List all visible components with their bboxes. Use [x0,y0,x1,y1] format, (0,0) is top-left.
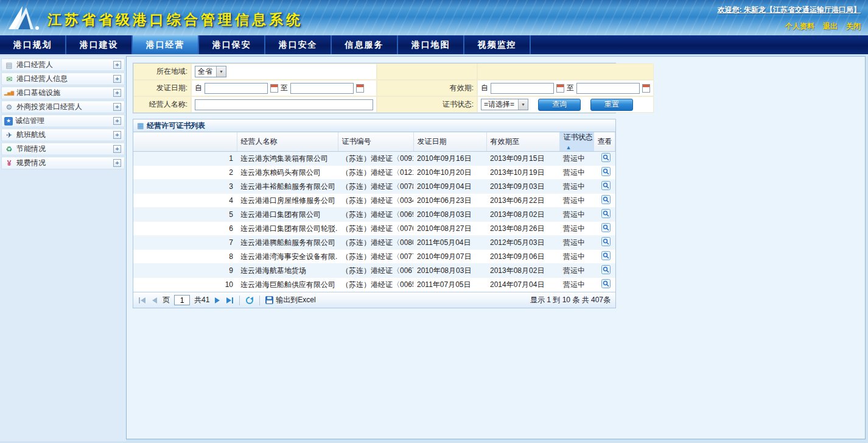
last-page-button[interactable] [225,297,234,304]
sidebar-item[interactable]: 港口基础设施 + [1,87,125,99]
cell-operator-name: 连云港丰裕船舶服务有限公司 [237,180,338,194]
operator-name-label: 经营人名称: [133,96,191,113]
expand-plus-button[interactable]: + [113,117,121,125]
row-number: 4 [133,194,237,208]
nav-tab[interactable]: 港口安全 [265,35,332,54]
expand-plus-button[interactable]: + [113,89,121,97]
view-icon[interactable] [601,223,611,232]
prev-page-button[interactable] [151,297,158,304]
cell-operator-name: 连云港海巨船舶供应有限公司 [237,278,338,292]
sidebar-item[interactable]: 诚信管理 + [1,115,125,127]
view-icon[interactable] [601,195,611,204]
nav-tab[interactable]: 港口地图 [398,35,464,54]
column-header[interactable]: 证书状态▲ [559,132,593,152]
row-number: 9 [133,264,237,278]
nav-tab[interactable]: 视频监控 [464,35,531,54]
license-list-section: ▦ 经营许可证书列表 经营人名称 证书编号 [133,119,616,308]
chevron-down-icon: ▼ [216,66,226,77]
validity-from-label: 自 [481,83,488,93]
cell-status: 营运中 [559,250,593,264]
validity-from-input[interactable] [491,83,554,94]
first-page-button[interactable] [138,297,147,304]
pagination-bar: 页 共41 [133,292,615,308]
region-label: 所在地域: [133,63,191,80]
sidebar-item[interactable]: 外商投资港口经营人 + [1,101,125,113]
nav-tab[interactable]: 港口经营 [133,35,199,54]
top-link[interactable]: 个人资料 [785,21,814,32]
header: 江苏省省级港口综合管理信息系统 欢迎您: 朱新龙【江苏省交通运输厅港口局】 个人… [0,0,868,35]
next-page-button[interactable] [214,297,221,304]
cell-issue-date: 2010年09月04日 [413,180,486,194]
column-header[interactable]: 发证日期 [413,132,486,152]
cell-valid-until: 2013年09月15日 [486,152,559,166]
welcome-text: 欢迎您: 朱新龙【江苏省交通运输厅港口局】 [718,5,861,15]
top-links: 个人资料退出关闭 [718,21,861,32]
cell-cert-number: （苏连）港经证〈0091〉号 [338,152,413,166]
calendar-icon[interactable] [270,84,278,93]
sidebar-item[interactable]: 港口经营人信息 + [1,73,125,85]
refresh-icon[interactable] [245,296,254,305]
query-button[interactable]: 查询 [538,99,581,111]
save-icon [265,296,273,304]
nav-tab[interactable]: 信息服务 [332,35,398,54]
column-header[interactable] [133,132,237,152]
view-icon[interactable] [601,265,611,274]
calendar-icon[interactable] [356,84,364,93]
top-link[interactable]: 关闭 [846,21,861,32]
view-icon[interactable] [601,237,611,246]
sidebar-item-icon [4,102,14,112]
cell-issue-date: 2010年08月03日 [413,264,486,278]
expand-plus-button[interactable]: + [113,131,121,139]
sidebar-item[interactable]: 航班航线 + [1,129,125,141]
cell-status: 营运中 [559,278,593,292]
expand-plus-button[interactable]: + [113,103,121,111]
cell-issue-date: 2011年05月04日 [413,236,486,250]
table-row: 8 连云港港湾海事安全设备有限... （苏连）港经证〈0077〉号 2010年0… [133,250,615,264]
cert-status-label: 证书状态: [377,96,477,113]
view-icon[interactable] [601,153,611,162]
validity-to-input[interactable] [576,83,640,94]
expand-plus-button[interactable]: + [113,75,121,83]
column-header[interactable]: 有效期至 [486,132,559,152]
reset-button[interactable]: 重置 [590,99,633,111]
cell-status: 营运中 [559,236,593,250]
cert-status-select[interactable]: =请选择= ▼ [481,99,528,110]
calendar-icon[interactable] [556,84,564,93]
cell-issue-date: 2010年09月16日 [413,152,486,166]
nav-tab[interactable]: 港口保安 [199,35,265,54]
expand-plus-button[interactable]: + [113,159,121,167]
cell-operator-name: 连云港港腾船舶服务有限公司 [237,236,338,250]
operator-name-input[interactable] [195,99,373,110]
nav-tab[interactable]: 港口规划 [0,35,66,54]
cell-status: 营运中 [559,166,593,180]
calendar-icon[interactable] [642,84,650,93]
page-number-input[interactable] [174,295,190,305]
view-icon[interactable] [601,209,611,218]
export-excel-button[interactable]: 输出到Excel [265,295,315,305]
issue-date-from-input[interactable] [205,83,268,94]
brand: 江苏省省级港口综合管理信息系统 [6,4,303,34]
column-header[interactable]: 证书编号 [338,132,413,152]
view-icon[interactable] [601,181,611,190]
grid-icon: ▦ [137,121,144,130]
sidebar-item[interactable]: 节能情况 + [1,143,125,155]
sidebar-item-label: 诚信管理 [15,116,113,126]
page-label: 页 [163,295,170,305]
column-header[interactable]: 经营人名称 [237,132,338,152]
view-icon[interactable] [601,251,611,260]
sidebar-item-label: 节能情况 [16,144,113,154]
top-link[interactable]: 退出 [823,21,838,32]
expand-plus-button[interactable]: + [113,145,121,153]
column-header[interactable]: 查看 [593,132,615,152]
view-icon[interactable] [601,167,611,176]
sidebar-item[interactable]: 规费情况 + [1,157,125,169]
region-select[interactable]: 全省 ▼ [195,66,226,77]
expand-plus-button[interactable]: + [113,61,121,69]
cell-cert-number: （苏连）港经证〈0067〉号 [338,264,413,278]
nav-tab[interactable]: 港口建设 [66,35,133,54]
issue-date-to-input[interactable] [290,83,354,94]
cell-operator-name: 连云港港湾海事安全设备有限... [237,250,338,264]
cell-valid-until: 2013年08月02日 [486,264,559,278]
view-icon[interactable] [601,279,611,288]
sidebar-item[interactable]: 港口经营人 + [1,58,125,71]
